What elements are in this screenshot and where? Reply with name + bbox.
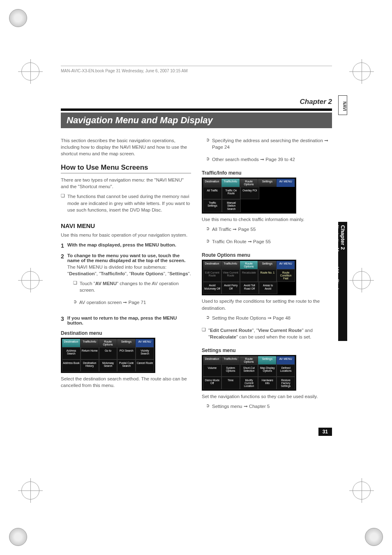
route-menu-text: Used to specify the conditions for setti… bbox=[202, 298, 332, 311]
step3-post: button. bbox=[67, 320, 83, 325]
t: Edit Current Route bbox=[210, 328, 252, 333]
tab-settings: Settings bbox=[258, 356, 277, 364]
step2-m2: Traffic/Info bbox=[101, 271, 125, 276]
settings-menu-text: Set the navigation functions so they can… bbox=[202, 393, 332, 400]
cell-empty bbox=[277, 199, 295, 212]
destination-menu-screenshot: Destination Traffic/Info Route Options S… bbox=[61, 338, 155, 373]
sep: ", " bbox=[125, 271, 131, 276]
step3-title: If you want to return to the map, press … bbox=[67, 315, 191, 325]
cell: System Options bbox=[221, 364, 240, 377]
step2-m1: Destination bbox=[69, 271, 95, 276]
tab-destination: Destination bbox=[203, 261, 221, 269]
page-title: Navigation Menu and Map Display bbox=[61, 113, 332, 128]
regmark bbox=[21, 271, 39, 289]
howto-intro: There are two types of navigation menu: … bbox=[61, 177, 191, 190]
regmark-corner bbox=[365, 528, 383, 546]
tab-route-options: Route Options bbox=[240, 179, 258, 187]
cell: Hardware Info bbox=[258, 377, 277, 389]
step2-sub-key: AV MENU bbox=[95, 281, 117, 286]
step2-sub-pre: Touch " bbox=[80, 281, 95, 286]
cell: Modify Current Location bbox=[240, 377, 258, 389]
destination-menu-text: Select the destination search method. Th… bbox=[61, 375, 191, 389]
tab-destination: Destination bbox=[62, 339, 81, 347]
cell-empty bbox=[259, 199, 277, 212]
regmark-corner bbox=[9, 528, 27, 546]
heading-how-to-use: How to Use Menu Screens bbox=[61, 164, 191, 173]
cell-empty bbox=[259, 187, 277, 199]
cell: Avoid Motorway Off bbox=[203, 282, 221, 294]
regmark bbox=[21, 62, 39, 81]
cell: Volume bbox=[203, 364, 221, 377]
ref-all-traffic: All Traffic ➞ Page 55 bbox=[212, 226, 256, 233]
traffic-menu-caption: Traffic/Info menu bbox=[202, 170, 332, 176]
settings-menu-caption: Settings menu bbox=[202, 348, 332, 353]
step1-pre: With the map displayed, press the bbox=[67, 242, 145, 247]
tab-route-options: Route Options bbox=[99, 339, 118, 347]
tab-traffic: Traffic/Info bbox=[221, 179, 240, 187]
cell: Areas to Avoid bbox=[259, 282, 277, 294]
regmark-corner bbox=[9, 9, 27, 27]
tab-av-menu: AV MENU bbox=[277, 356, 295, 364]
cell: Vicinity Search bbox=[136, 347, 154, 359]
traffic-menu-text: Use this menu to check traffic informati… bbox=[202, 216, 332, 223]
cell: Route No. 1 bbox=[258, 269, 277, 282]
ref-route-options: Setting the Route Options ➞ Page 48 bbox=[212, 315, 291, 321]
regmark bbox=[353, 271, 371, 289]
step2-m3: Route Options bbox=[131, 271, 163, 276]
cell: Go to bbox=[99, 347, 118, 359]
cell: POI Search bbox=[117, 347, 136, 359]
t: Recalculate bbox=[210, 334, 236, 339]
t: ", " bbox=[252, 328, 258, 333]
cell-empty bbox=[241, 199, 259, 212]
step2-m4: Settings bbox=[169, 271, 188, 276]
tab-traffic: Traffic/Info bbox=[221, 356, 240, 364]
cell: All Traffic bbox=[203, 187, 222, 199]
cell: Destination History bbox=[81, 359, 99, 372]
cell: Manual Station Search bbox=[222, 199, 241, 212]
cell: Motorway Search bbox=[99, 359, 118, 372]
cell: Demo Mode Off bbox=[203, 377, 221, 389]
cell: Defined Locations bbox=[277, 364, 295, 377]
cell: Edit Current Route bbox=[203, 269, 221, 282]
cell: Traffic Settings bbox=[203, 199, 222, 212]
step2-sub: Touch "AV MENU" changes to the AV operat… bbox=[80, 280, 191, 293]
traffic-menu-screenshot: Destination Traffic/Info Route Options S… bbox=[202, 177, 296, 213]
tab-av-menu: AV MENU bbox=[277, 261, 295, 269]
cell: Traffic On Route bbox=[222, 187, 241, 199]
tab-settings: Settings bbox=[117, 339, 136, 347]
settings-menu-screenshot: Destination Traffic/Info Route Options S… bbox=[202, 355, 296, 391]
ref-address-search: Specifying the address and searching the… bbox=[212, 137, 332, 150]
sep: ", " bbox=[164, 271, 170, 276]
tab-av-menu: AV MENU bbox=[136, 339, 154, 347]
cell: Cancel Route bbox=[136, 359, 154, 372]
ref-traffic-on-route: Traffic On Route ➞ Page 55 bbox=[212, 238, 271, 245]
cell: Address Search bbox=[62, 347, 81, 359]
regmark bbox=[21, 481, 39, 500]
step-number: 3 bbox=[61, 315, 64, 326]
cell: Short-Cut Selection bbox=[240, 364, 258, 377]
intro-text: This section describes the basic navigat… bbox=[61, 137, 191, 157]
cell: View Current Route bbox=[221, 269, 240, 282]
step2-text: The NAVI MENU is divided into four subme… bbox=[67, 264, 191, 277]
running-header: MAN-AVIC-X3-EN.book Page 31 Wednesday, J… bbox=[61, 66, 332, 73]
heading-navi-menu: NAVI MENU bbox=[61, 222, 191, 229]
cell: Return Home bbox=[81, 347, 99, 359]
cell: Overlay POI bbox=[240, 187, 259, 199]
cell: Postal Code Search bbox=[117, 359, 136, 372]
destination-menu-caption: Destination menu bbox=[61, 330, 191, 336]
step2-ref: AV operation screen ➞ Page 71 bbox=[79, 299, 146, 306]
cell-empty bbox=[277, 282, 295, 294]
navimenu-intro: Use this menu for basic operation of you… bbox=[61, 232, 191, 238]
cell: Address Book bbox=[62, 359, 81, 372]
regmark bbox=[353, 481, 371, 500]
regmark bbox=[353, 62, 371, 81]
tab-destination: Destination bbox=[203, 356, 221, 364]
tab-settings: Settings bbox=[258, 261, 277, 269]
cell: Route Condition Fast bbox=[277, 269, 295, 282]
sep: ", " bbox=[95, 271, 101, 276]
t: " can be used when the route is set. bbox=[236, 334, 311, 339]
step2-post: ". bbox=[188, 271, 191, 276]
step3-pre: If you want to return to the map, press … bbox=[67, 315, 163, 320]
cell: Time bbox=[221, 377, 240, 389]
tab-route-options: Route Options bbox=[240, 356, 258, 364]
